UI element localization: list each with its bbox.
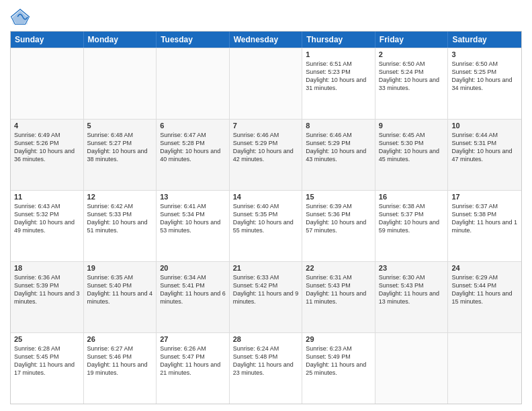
header [10, 7, 522, 27]
cell-info: Sunrise: 6:29 AM Sunset: 5:44 PM Dayligh… [451, 273, 518, 306]
header-day-sunday: Sunday [11, 32, 84, 48]
day-number: 17 [451, 193, 518, 201]
cell-info: Sunrise: 6:46 AM Sunset: 5:29 PM Dayligh… [233, 131, 299, 164]
cell-info: Sunrise: 6:23 AM Sunset: 5:49 PM Dayligh… [306, 345, 371, 377]
calendar-week-5: 25Sunrise: 6:28 AM Sunset: 5:45 PM Dayli… [11, 332, 521, 404]
day-number: 23 [379, 264, 445, 272]
day-number: 4 [14, 122, 80, 130]
page: SundayMondayTuesdayWednesdayThursdayFrid… [0, 0, 532, 411]
cal-cell-28: 28Sunrise: 6:24 AM Sunset: 5:48 PM Dayli… [230, 333, 303, 404]
cal-cell-17: 17Sunrise: 6:37 AM Sunset: 5:38 PM Dayli… [448, 191, 521, 261]
cal-cell-25: 25Sunrise: 6:28 AM Sunset: 5:45 PM Dayli… [11, 333, 84, 404]
cell-info: Sunrise: 6:34 AM Sunset: 5:41 PM Dayligh… [160, 273, 226, 306]
calendar-week-2: 4Sunrise: 6:49 AM Sunset: 5:26 PM Daylig… [11, 119, 521, 190]
calendar-week-1: 1Sunrise: 6:51 AM Sunset: 5:23 PM Daylig… [11, 48, 521, 119]
cell-info: Sunrise: 6:30 AM Sunset: 5:43 PM Dayligh… [379, 273, 445, 306]
day-number: 27 [160, 335, 226, 343]
cal-cell-empty-1 [84, 48, 157, 119]
cal-cell-15: 15Sunrise: 6:39 AM Sunset: 5:36 PM Dayli… [302, 191, 375, 261]
cell-info: Sunrise: 6:33 AM Sunset: 5:42 PM Dayligh… [233, 273, 299, 306]
cal-cell-29: 29Sunrise: 6:23 AM Sunset: 5:49 PM Dayli… [302, 333, 375, 404]
cal-cell-21: 21Sunrise: 6:33 AM Sunset: 5:42 PM Dayli… [230, 262, 303, 332]
cal-cell-5: 5Sunrise: 6:48 AM Sunset: 5:27 PM Daylig… [84, 120, 157, 190]
day-number: 16 [379, 193, 445, 201]
cal-cell-4: 4Sunrise: 6:49 AM Sunset: 5:26 PM Daylig… [11, 120, 84, 190]
logo-icon [10, 7, 30, 27]
calendar-header: SundayMondayTuesdayWednesdayThursdayFrid… [11, 32, 521, 48]
cell-info: Sunrise: 6:38 AM Sunset: 5:37 PM Dayligh… [379, 202, 445, 235]
cal-cell-empty-0 [11, 48, 84, 119]
day-number: 13 [160, 193, 226, 201]
cal-cell-27: 27Sunrise: 6:26 AM Sunset: 5:47 PM Dayli… [157, 333, 230, 404]
header-day-thursday: Thursday [302, 32, 375, 48]
cell-info: Sunrise: 6:43 AM Sunset: 5:32 PM Dayligh… [14, 202, 80, 235]
cell-info: Sunrise: 6:27 AM Sunset: 5:46 PM Dayligh… [87, 345, 153, 377]
cell-info: Sunrise: 6:24 AM Sunset: 5:48 PM Dayligh… [233, 345, 299, 377]
day-number: 22 [306, 264, 371, 272]
cell-info: Sunrise: 6:41 AM Sunset: 5:34 PM Dayligh… [160, 202, 226, 235]
cell-info: Sunrise: 6:31 AM Sunset: 5:43 PM Dayligh… [306, 273, 371, 306]
day-number: 20 [160, 264, 226, 272]
day-number: 19 [87, 264, 153, 272]
cell-info: Sunrise: 6:44 AM Sunset: 5:31 PM Dayligh… [451, 131, 518, 164]
cal-cell-3: 3Sunrise: 6:50 AM Sunset: 5:25 PM Daylig… [448, 48, 521, 119]
cell-info: Sunrise: 6:37 AM Sunset: 5:38 PM Dayligh… [451, 202, 518, 235]
cal-cell-14: 14Sunrise: 6:40 AM Sunset: 5:35 PM Dayli… [230, 191, 303, 261]
cal-cell-10: 10Sunrise: 6:44 AM Sunset: 5:31 PM Dayli… [448, 120, 521, 190]
cell-info: Sunrise: 6:45 AM Sunset: 5:30 PM Dayligh… [379, 131, 445, 164]
day-number: 29 [306, 335, 371, 343]
cal-cell-empty-2 [157, 48, 230, 119]
cal-cell-empty-3 [230, 48, 303, 119]
day-number: 10 [451, 122, 518, 130]
day-number: 11 [14, 193, 80, 201]
cell-info: Sunrise: 6:28 AM Sunset: 5:45 PM Dayligh… [14, 345, 80, 377]
cell-info: Sunrise: 6:40 AM Sunset: 5:35 PM Dayligh… [233, 202, 299, 235]
cal-cell-8: 8Sunrise: 6:46 AM Sunset: 5:29 PM Daylig… [302, 120, 375, 190]
day-number: 21 [233, 264, 299, 272]
cal-cell-24: 24Sunrise: 6:29 AM Sunset: 5:44 PM Dayli… [448, 262, 521, 332]
day-number: 7 [233, 122, 299, 130]
day-number: 6 [160, 122, 226, 130]
calendar: SundayMondayTuesdayWednesdayThursdayFrid… [10, 31, 522, 404]
cal-cell-18: 18Sunrise: 6:36 AM Sunset: 5:39 PM Dayli… [11, 262, 84, 332]
cell-info: Sunrise: 6:49 AM Sunset: 5:26 PM Dayligh… [14, 131, 80, 164]
cell-info: Sunrise: 6:48 AM Sunset: 5:27 PM Dayligh… [87, 131, 153, 164]
day-number: 18 [14, 264, 80, 272]
cal-cell-16: 16Sunrise: 6:38 AM Sunset: 5:37 PM Dayli… [375, 191, 449, 261]
header-day-saturday: Saturday [448, 32, 521, 48]
day-number: 8 [306, 122, 371, 130]
day-number: 28 [233, 335, 299, 343]
cal-cell-9: 9Sunrise: 6:45 AM Sunset: 5:30 PM Daylig… [375, 120, 449, 190]
cell-info: Sunrise: 6:42 AM Sunset: 5:33 PM Dayligh… [87, 202, 153, 235]
header-day-monday: Monday [84, 32, 157, 48]
cell-info: Sunrise: 6:51 AM Sunset: 5:23 PM Dayligh… [306, 60, 371, 93]
cal-cell-12: 12Sunrise: 6:42 AM Sunset: 5:33 PM Dayli… [84, 191, 157, 261]
cal-cell-empty-5 [375, 333, 449, 404]
cal-cell-7: 7Sunrise: 6:46 AM Sunset: 5:29 PM Daylig… [230, 120, 303, 190]
day-number: 25 [14, 335, 80, 343]
day-number: 15 [306, 193, 371, 201]
cal-cell-empty-6 [448, 333, 521, 404]
cal-cell-1: 1Sunrise: 6:51 AM Sunset: 5:23 PM Daylig… [302, 48, 375, 119]
day-number: 3 [451, 50, 518, 58]
cell-info: Sunrise: 6:39 AM Sunset: 5:36 PM Dayligh… [306, 202, 371, 235]
calendar-body: 1Sunrise: 6:51 AM Sunset: 5:23 PM Daylig… [11, 48, 521, 404]
cell-info: Sunrise: 6:35 AM Sunset: 5:40 PM Dayligh… [87, 273, 153, 306]
cal-cell-13: 13Sunrise: 6:41 AM Sunset: 5:34 PM Dayli… [157, 191, 230, 261]
cell-info: Sunrise: 6:50 AM Sunset: 5:25 PM Dayligh… [451, 60, 518, 93]
cal-cell-2: 2Sunrise: 6:50 AM Sunset: 5:24 PM Daylig… [375, 48, 449, 119]
day-number: 5 [87, 122, 153, 130]
calendar-week-3: 11Sunrise: 6:43 AM Sunset: 5:32 PM Dayli… [11, 190, 521, 261]
day-number: 12 [87, 193, 153, 201]
header-day-tuesday: Tuesday [157, 32, 230, 48]
calendar-week-4: 18Sunrise: 6:36 AM Sunset: 5:39 PM Dayli… [11, 261, 521, 332]
cal-cell-19: 19Sunrise: 6:35 AM Sunset: 5:40 PM Dayli… [84, 262, 157, 332]
cell-info: Sunrise: 6:46 AM Sunset: 5:29 PM Dayligh… [306, 131, 371, 164]
day-number: 1 [306, 50, 371, 58]
cal-cell-23: 23Sunrise: 6:30 AM Sunset: 5:43 PM Dayli… [375, 262, 449, 332]
day-number: 24 [451, 264, 518, 272]
header-day-wednesday: Wednesday [230, 32, 303, 48]
cal-cell-26: 26Sunrise: 6:27 AM Sunset: 5:46 PM Dayli… [84, 333, 157, 404]
cell-info: Sunrise: 6:36 AM Sunset: 5:39 PM Dayligh… [14, 273, 80, 306]
cal-cell-20: 20Sunrise: 6:34 AM Sunset: 5:41 PM Dayli… [157, 262, 230, 332]
